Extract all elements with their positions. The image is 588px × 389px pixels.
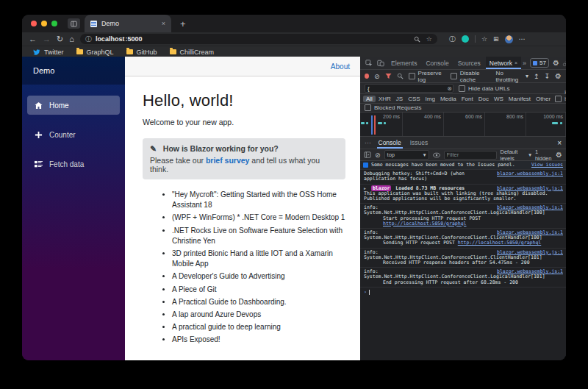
import-har-icon[interactable]: ↥ [534,73,539,80]
search-network-icon[interactable] [397,73,404,79]
message-detail: This application was built with linking … [364,191,563,201]
zoom-page-icon[interactable] [414,36,420,43]
list-item: APIs Exposed! [172,335,345,345]
clear-network-icon[interactable]: ⊘ [374,73,380,80]
preserve-log-checkbox[interactable]: Preserve log [409,70,445,83]
hide-data-urls-checkbox[interactable]: Hide data URLs [459,85,509,92]
drawer-tab-issues[interactable]: Issues [409,137,430,149]
layers-icon[interactable]: ⊞ [493,35,499,43]
nav-label: Fetch data [49,160,84,168]
filter-chip-ws[interactable]: WS [492,96,506,102]
console-settings-icon[interactable]: ⚙ [556,151,562,159]
console-sidebar-icon[interactable] [364,151,371,158]
drawer-menu-icon[interactable]: ⋯ [365,139,371,146]
network-timeline-overview[interactable]: 200 ms 400 ms 600 ms 800 ms 1000 ms [360,113,566,137]
blocked-requests-checkbox[interactable]: Blocked Requests [365,104,421,111]
reload-icon[interactable]: ↻ [57,35,63,43]
console-filter-input[interactable] [444,151,497,160]
device-toolbar-icon[interactable] [376,60,386,67]
view-issues-link[interactable]: View issues [531,163,563,168]
devtools-tab-network[interactable]: Network × [486,57,521,69]
filter-chip-manifest[interactable]: Manifest [506,96,533,102]
bookmark-folder-github[interactable]: GitHub [126,49,157,56]
throttling-dropdown[interactable]: No throttling ▾ [496,70,528,83]
bookmark-folder-graphql[interactable]: GraphQL [76,49,114,56]
filter-funnel-icon[interactable] [385,73,392,79]
disable-cache-checkbox[interactable]: Disable cache [451,70,491,83]
tab-close-icon[interactable]: × [514,60,517,65]
filter-chip-media[interactable]: Media [438,96,459,102]
console-message: blazor.webassembly.js:1 Debugging hotkey… [360,170,566,184]
filter-chip-other[interactable]: Other [534,96,553,102]
close-window-button[interactable] [31,21,37,26]
clear-console-icon[interactable]: ⊘ [375,151,381,159]
console-prompt[interactable]: › [360,288,566,295]
network-type-filters: All XHR JS CSS Img Media Font Doc WS Man… [360,94,566,104]
expand-icon[interactable]: ▶ [364,186,366,190]
sidebar-nav: Home Counter Fetch data [22,85,125,174]
domcontentloaded-marker [371,115,373,135]
filter-chip-all[interactable]: All [363,96,376,102]
about-link[interactable]: About [331,63,350,71]
tab-search-icon[interactable] [68,18,80,29]
timeline-tick: 200 ms [383,114,402,119]
extension-info-icon[interactable]: ⓘ [449,35,456,44]
forward-icon[interactable]: → [43,35,51,43]
back-icon[interactable]: ← [29,35,37,43]
sidebar-item-home[interactable]: Home [27,96,120,115]
bookmark-folder-chillicream[interactable]: ChilliCream [170,49,215,56]
devtools-tab-sources[interactable]: Sources [454,57,484,69]
timeline-gridline [402,113,403,136]
sidebar-item-counter[interactable]: Counter [27,125,120,144]
url-link[interactable]: http://localhost:5050/graphql [458,240,542,246]
network-settings-icon[interactable]: ⚙ [555,72,562,80]
tab-close-icon[interactable]: × [162,20,165,27]
favorites-icon[interactable]: ☆ [426,35,432,43]
brief-survey-link[interactable]: brief survey [206,156,250,165]
browser-menu-icon[interactable]: ⋯ [519,35,526,43]
execution-context-dropdown[interactable]: top ▾ [384,150,429,160]
link-icon[interactable] [561,60,566,67]
address-bar[interactable]: ⓘ localhost :5000 ☆ [80,34,437,44]
site-info-icon[interactable]: ⓘ [85,35,92,44]
devtools-settings-icon[interactable]: ⚙ [553,59,559,67]
filter-chip-font[interactable]: Font [459,96,476,102]
survey-alert: ✎ How is Blazor working for you? Please … [143,138,345,179]
eye-icon[interactable] [433,152,440,158]
browser-tab-demo[interactable]: Demo × [85,15,171,32]
filter-chip-xhr[interactable]: XHR [376,96,393,102]
filter-chip-js[interactable]: JS [394,96,405,102]
bookmark-twitter[interactable]: Twitter [33,49,64,56]
timeline-gridline [484,113,485,136]
log-levels-dropdown[interactable]: Default levels ▾ [501,149,531,162]
url-link[interactable]: http://localhost:5050/graphql [383,221,467,226]
network-filter-input[interactable] [365,84,453,93]
filter-chip-img[interactable]: Img [423,96,437,102]
app-sidebar: Demo Home Counter [22,57,125,360]
new-tab-button[interactable]: + [180,18,186,29]
source-link[interactable]: blazor.webassembly.js:1 [497,171,563,176]
zoom-window-button[interactable] [51,21,57,26]
filter-chip-css[interactable]: CSS [406,96,422,102]
minimize-window-button[interactable] [41,21,47,26]
export-har-icon[interactable]: ↧ [544,73,550,80]
issues-counter-badge[interactable]: 57 [530,58,549,68]
folder-icon [126,49,133,54]
profile-avatar[interactable] [505,35,513,43]
drawer-close-icon[interactable]: × [557,139,562,147]
filter-chip-doc[interactable]: Doc [476,96,491,102]
collections-icon[interactable]: ☆ [481,35,487,43]
home-icon[interactable]: ⌂ [69,35,74,43]
list-item: A Practical Guide to Dashboarding. [172,297,345,307]
devtools-tab-elements[interactable]: Elements [387,57,420,69]
drawer-tab-console[interactable]: Console [377,137,403,149]
app-brand[interactable]: Demo [22,57,125,85]
list-item: A practical guide to deep learning [172,322,345,332]
extension-teal-icon[interactable] [462,35,469,43]
more-panels-icon[interactable]: » [523,60,526,67]
devtools-tab-console[interactable]: Console [422,57,452,69]
clear-filter-icon[interactable]: ⊗ [447,85,452,92]
sidebar-item-fetch-data[interactable]: Fetch data [27,154,120,174]
record-network-icon[interactable] [365,74,369,79]
inspect-element-icon[interactable] [364,60,374,67]
